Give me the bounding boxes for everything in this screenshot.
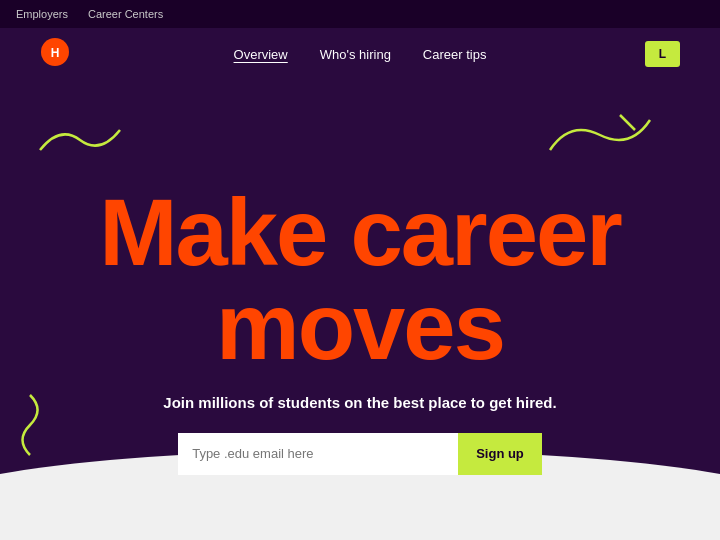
nav-link-overview[interactable]: Overview <box>234 47 288 62</box>
top-bar: Employers Career Centers <box>0 0 720 28</box>
nav-link-whos-hiring[interactable]: Who's hiring <box>320 47 391 62</box>
squiggle-bottom-left-icon <box>10 390 50 460</box>
hero-title: Make career moves <box>99 186 621 374</box>
nav-link-career-tips[interactable]: Career tips <box>423 47 487 62</box>
squiggle-top-right-icon <box>540 110 660 160</box>
signup-button[interactable]: Sign up <box>458 433 542 475</box>
logo[interactable]: H <box>40 37 70 71</box>
topbar-item-employers[interactable]: Employers <box>16 8 68 20</box>
squiggle-top-left-icon <box>30 120 130 160</box>
logo-icon: H <box>40 37 70 67</box>
main-nav: H Overview Who's hiring Career tips L <box>0 28 720 80</box>
nav-links: Overview Who's hiring Career tips <box>234 47 487 62</box>
hero-form: Sign up <box>178 433 542 475</box>
hero-section: Make career moves Join millions of stude… <box>0 80 720 540</box>
svg-text:H: H <box>51 46 60 60</box>
hero-subtitle: Join millions of students on the best pl… <box>163 394 556 411</box>
topbar-item-career-centers[interactable]: Career Centers <box>88 8 163 20</box>
nav-cta-button[interactable]: L <box>645 41 680 67</box>
email-input[interactable] <box>178 433 458 475</box>
